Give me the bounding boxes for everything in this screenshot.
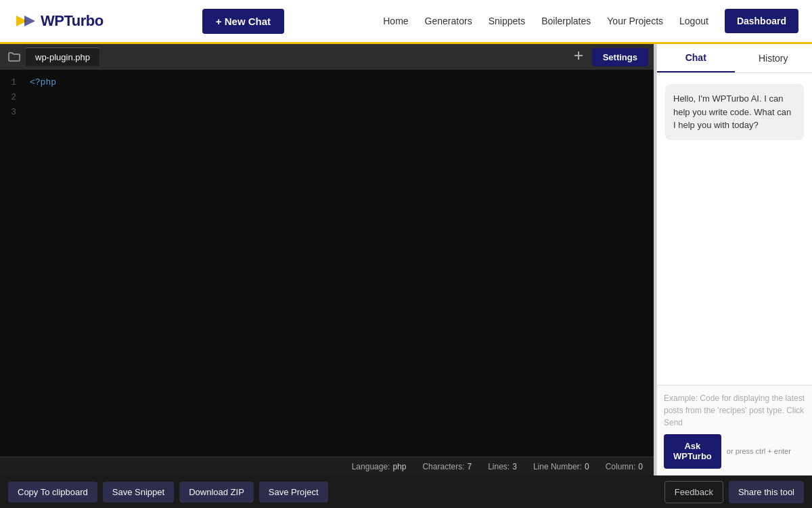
chat-messages: Hello, I'm WPTurbo AI. I can help you wr… [657,73,812,385]
main-layout: wp-plugin.php Settings 1 2 3 <?php Langu [0,44,812,475]
line-number-2: 2 [5,90,16,105]
nav-your-projects[interactable]: Your Projects [607,16,663,26]
bottom-toolbar: Copy To clipboard Save Snippet Download … [0,475,812,508]
status-line-number: Line Number: 0 [533,462,589,471]
line-numbers: 1 2 3 [0,70,24,457]
download-zip-button[interactable]: Download ZIP [179,482,254,503]
nav-logout[interactable]: Logout [679,16,708,26]
editor-tabs: wp-plugin.php Settings [0,44,654,70]
line-number-label: Line Number: [533,462,582,471]
toolbar-left: Copy To clipboard Save Snippet Download … [8,482,328,503]
logo-area: WPTurbo [14,10,104,32]
status-lines: Lines: 3 [488,462,517,471]
chat-actions: Ask WPTurbo or press ctrl + enter [664,434,805,469]
column-value: 0 [638,462,643,471]
settings-button[interactable]: Settings [592,48,648,66]
line-number-3: 3 [5,105,16,120]
ask-btn-line2: WPTurbo [673,451,712,461]
nav-generators[interactable]: Generators [425,16,472,26]
column-label: Column: [606,462,636,471]
nav-home[interactable]: Home [383,16,408,26]
dashboard-button[interactable]: Dashboard [725,9,798,33]
line-number-value: 0 [585,462,589,471]
editor-panel: wp-plugin.php Settings 1 2 3 <?php Langu [0,44,654,475]
chat-tabs: Chat History [657,44,812,73]
characters-label: Characters: [422,462,464,471]
feedback-button[interactable]: Feedback [664,481,723,503]
nav-snippets[interactable]: Snippets [489,16,525,26]
ai-greeting-message: Hello, I'm WPTurbo AI. I can help you wr… [665,84,804,140]
copy-to-clipboard-button[interactable]: Copy To clipboard [8,482,97,503]
characters-value: 7 [467,462,472,471]
nav-links: Home Generators Snippets Boilerplates Yo… [383,9,798,33]
lines-value: 3 [512,462,517,471]
nav-boilerplates[interactable]: Boilerplates [541,16,591,26]
save-snippet-button[interactable]: Save Snippet [103,482,174,503]
status-language: Language: php [352,462,407,471]
status-bar: Language: php Characters: 7 Lines: 3 Lin… [0,457,654,475]
new-chat-button[interactable]: + New Chat [202,9,284,34]
toolbar-right: Feedback Share this tool [664,481,804,503]
ask-wpturbo-button[interactable]: Ask WPTurbo [664,434,721,469]
chat-input-area: Example: Code for displaying the latest … [657,385,812,475]
ask-btn-line1: Ask [684,441,700,451]
code-editor: 1 2 3 <?php [0,70,654,457]
or-press-hint: or press ctrl + enter [727,446,791,457]
tab-chat[interactable]: Chat [657,44,735,72]
status-characters: Characters: 7 [422,462,472,471]
language-label: Language: [352,462,390,471]
code-content[interactable]: <?php [24,70,654,457]
logo-text: WPTurbo [41,12,104,30]
plus-icon [573,50,584,61]
language-value: php [392,462,406,471]
svg-rect-3 [574,55,583,56]
add-tab-button[interactable] [568,47,589,67]
wpturbo-logo-icon [14,10,35,32]
file-tab-wp-plugin[interactable]: wp-plugin.php [26,47,99,66]
status-column: Column: 0 [606,462,643,471]
chat-placeholder: Example: Code for displaying the latest … [664,392,805,429]
header: WPTurbo + New Chat Home Generators Snipp… [0,0,812,44]
save-project-button[interactable]: Save Project [259,482,328,503]
lines-label: Lines: [488,462,510,471]
tab-history[interactable]: History [735,44,813,72]
share-tool-button[interactable]: Share this tool [729,481,804,503]
folder-icon [8,51,20,62]
line-number-1: 1 [5,75,16,90]
folder-icon-button[interactable] [5,49,23,65]
chat-panel: Chat History Hello, I'm WPTurbo AI. I ca… [656,44,812,475]
svg-marker-1 [24,16,35,26]
